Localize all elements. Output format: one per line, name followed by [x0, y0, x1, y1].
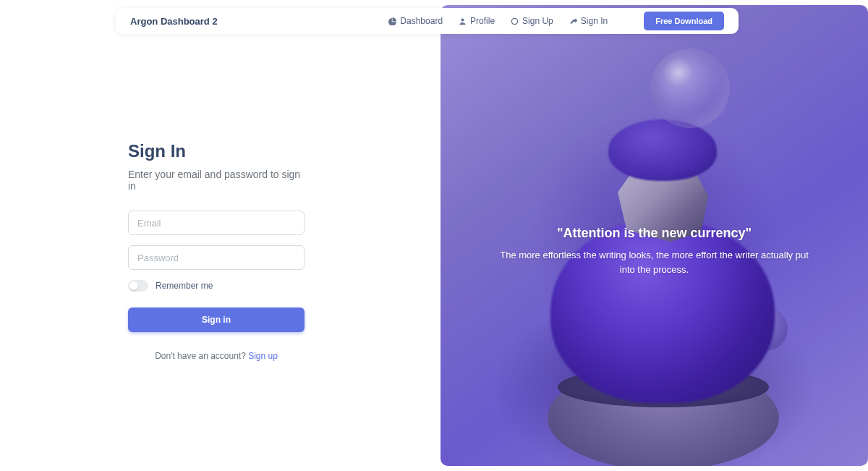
nav-profile[interactable]: Profile	[459, 16, 495, 26]
brand[interactable]: Argon Dashboard 2	[130, 16, 218, 27]
nav-dashboard[interactable]: Dashboard	[388, 16, 443, 26]
remember-row: Remember me	[128, 280, 305, 292]
nav-dashboard-label: Dashboard	[400, 16, 443, 26]
nav-links: Dashboard Profile Sign Up Sign In Free D…	[388, 12, 724, 30]
nav-signup-label: Sign Up	[522, 16, 553, 26]
signin-title: Sign In	[128, 141, 305, 161]
signup-prompt-text: Don't have an account?	[155, 351, 248, 361]
svg-point-0	[511, 18, 517, 24]
user-icon	[459, 17, 467, 25]
remember-label: Remember me	[156, 281, 213, 291]
nav-signup[interactable]: Sign Up	[511, 16, 553, 26]
nav-signin[interactable]: Sign In	[569, 16, 608, 26]
navbar: Argon Dashboard 2 Dashboard Profile Sign…	[116, 8, 739, 34]
download-button[interactable]: Free Download	[644, 12, 724, 30]
nav-signin-label: Sign In	[581, 16, 608, 26]
signup-prompt: Don't have an account? Sign up	[128, 351, 305, 361]
hero-quote: "Attention is the new currency"	[495, 226, 814, 241]
signin-button[interactable]: Sign in	[128, 307, 305, 332]
key-icon	[569, 17, 577, 25]
signin-subtitle: Enter your email and password to sign in	[128, 169, 305, 192]
hero-text: "Attention is the new currency" The more…	[441, 226, 868, 276]
nav-profile-label: Profile	[470, 16, 495, 26]
password-input[interactable]	[128, 245, 305, 270]
signin-form: Sign In Enter your email and password to…	[128, 141, 305, 361]
hero-subtitle: The more effortless the writing looks, t…	[495, 248, 814, 276]
decor-fur-small	[608, 119, 717, 181]
hero-panel: "Attention is the new currency" The more…	[441, 5, 868, 466]
remember-toggle[interactable]	[128, 280, 148, 292]
signup-link[interactable]: Sign up	[248, 351, 278, 361]
pie-icon	[388, 17, 396, 25]
decor-sphere-top	[650, 48, 730, 128]
circle-icon	[511, 17, 519, 25]
email-input[interactable]	[128, 211, 305, 235]
